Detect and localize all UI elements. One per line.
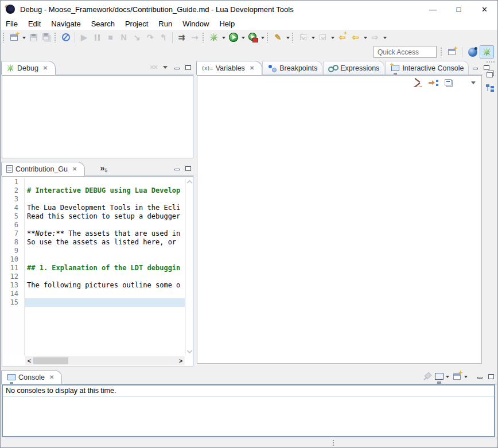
tab-variables[interactable]: (x)=Variables✕ <box>196 61 262 75</box>
line-number[interactable]: 12 <box>2 272 24 281</box>
run-button[interactable] <box>227 31 240 44</box>
step-return-button[interactable]: ↰ <box>157 31 170 44</box>
scroll-down-icon[interactable] <box>186 348 192 354</box>
suspend-button[interactable] <box>91 31 104 44</box>
menu-run[interactable]: Run <box>153 18 177 29</box>
tab-debug[interactable]: Debug ✕ <box>1 61 56 75</box>
next-annotation-dropdown-button[interactable] <box>310 31 316 44</box>
menu-file[interactable]: File <box>1 18 23 29</box>
line-number[interactable]: 5 <box>2 212 24 221</box>
editor-vertical-scrollbar[interactable] <box>185 178 193 356</box>
code-line[interactable]: **Note:** The assets that are used in <box>25 229 185 238</box>
view-menu-button[interactable] <box>468 77 478 88</box>
code-line[interactable] <box>25 247 185 255</box>
window-minimize-button[interactable]: — <box>420 1 446 18</box>
minimize-view-button[interactable] <box>171 61 182 73</box>
current-code-line[interactable] <box>25 298 185 307</box>
maximize-view-button[interactable] <box>485 371 497 382</box>
line-number[interactable]: 1 <box>2 178 24 186</box>
hidden-editors-indicator[interactable]: »5 <box>100 164 107 173</box>
pen-tool-button[interactable]: ✎ <box>271 31 285 44</box>
code-line[interactable]: So use the assets as listed here, or <box>25 238 185 247</box>
line-number[interactable]: 13 <box>2 281 24 290</box>
lua-perspective-button[interactable] <box>465 45 480 59</box>
line-number[interactable]: 10 <box>2 255 24 264</box>
run-external-tools-button[interactable] <box>246 31 259 44</box>
scroll-left-arrow[interactable]: < <box>25 357 33 364</box>
minimize-view-button[interactable] <box>171 162 182 174</box>
close-icon[interactable]: ✕ <box>250 65 254 71</box>
last-edit-location-button[interactable]: ⇦ <box>336 31 349 44</box>
open-console-button[interactable] <box>451 371 462 382</box>
terminate-button[interactable]: ■ <box>104 31 117 44</box>
close-icon[interactable]: ✕ <box>72 166 77 172</box>
menu-project[interactable]: Project <box>120 18 153 29</box>
run-dropdown-button[interactable] <box>240 31 246 44</box>
code-line[interactable]: ## 1. Explanation of the LDT debuggin <box>25 264 185 272</box>
display-selected-console-button[interactable] <box>433 371 444 382</box>
code-line[interactable] <box>25 195 185 204</box>
save-all-button[interactable] <box>40 31 53 44</box>
display-selected-console-dropdown-button[interactable] <box>444 371 451 382</box>
code-line[interactable]: Read this section to setup a debugger <box>25 212 185 221</box>
previous-annotation-button[interactable] <box>316 31 329 44</box>
maximize-view-button[interactable] <box>182 61 194 73</box>
drop-to-frame-button[interactable]: ⇉ <box>175 31 188 44</box>
pin-console-button[interactable] <box>421 371 433 382</box>
scroll-right-arrow[interactable]: > <box>177 357 185 364</box>
menu-window[interactable]: Window <box>177 18 214 29</box>
view-menu-button[interactable] <box>159 61 171 73</box>
line-number[interactable]: 9 <box>2 247 24 255</box>
line-number[interactable]: 4 <box>2 204 24 212</box>
window-maximize-button[interactable]: □ <box>446 1 472 18</box>
show-logical-structure-button[interactable] <box>428 77 438 88</box>
maximize-view-button[interactable] <box>182 162 194 174</box>
disconnect-button[interactable]: N <box>117 31 130 44</box>
window-close-button[interactable]: ✕ <box>472 1 497 18</box>
scroll-up-icon[interactable] <box>186 180 192 186</box>
previous-annotation-dropdown-button[interactable] <box>329 31 336 44</box>
forward-dropdown-button[interactable] <box>382 31 388 44</box>
close-icon[interactable]: ✕ <box>43 65 48 71</box>
debug-dropdown-button[interactable] <box>220 31 227 44</box>
debug-perspective-button[interactable] <box>480 45 494 59</box>
quick-access-input[interactable] <box>374 46 437 58</box>
close-icon[interactable]: ✕ <box>49 374 54 380</box>
collapse-all-button[interactable] <box>443 77 454 88</box>
forward-button[interactable]: ⇨ <box>368 31 382 44</box>
use-step-filters-button[interactable]: ⇢ <box>188 31 201 44</box>
skip-all-breakpoints-button[interactable] <box>59 31 72 44</box>
code-line[interactable]: The following pictures outline some o <box>25 281 185 290</box>
line-number-gutter[interactable]: 123456789101112131415 <box>2 178 25 356</box>
code-line[interactable] <box>25 221 185 229</box>
code-line[interactable] <box>25 255 185 264</box>
line-number[interactable]: 2 <box>2 186 24 195</box>
debug-button[interactable] <box>207 31 220 44</box>
menu-edit[interactable]: Edit <box>23 18 46 29</box>
line-number[interactable]: 8 <box>2 238 24 247</box>
line-number[interactable]: 14 <box>2 290 24 298</box>
next-annotation-button[interactable] <box>297 31 310 44</box>
strip-drag-handle[interactable] <box>486 61 495 64</box>
code-line[interactable]: # Interactive DEBUG using Lua Develop <box>25 186 185 195</box>
sash-drag-handle[interactable] <box>332 439 335 447</box>
remove-all-terminated-button[interactable]: ✕✕ <box>148 61 159 73</box>
minimize-view-button[interactable] <box>469 61 481 73</box>
back-dropdown-button[interactable] <box>362 31 368 44</box>
tab-console[interactable]: Console ✕ <box>1 370 62 384</box>
scrollbar-thumb[interactable] <box>33 357 68 364</box>
pen-tool-dropdown-button[interactable] <box>285 31 291 44</box>
line-number[interactable]: 7 <box>2 229 24 238</box>
code-line[interactable]: The Lua Development Tools in the Ecli <box>25 204 185 212</box>
editor-content[interactable]: 123456789101112131415 # Interactive DEBU… <box>2 176 193 367</box>
line-number[interactable]: 11 <box>2 264 24 272</box>
open-console-dropdown-button[interactable] <box>462 371 469 382</box>
line-number[interactable]: 15 <box>2 298 24 307</box>
minimize-view-button[interactable] <box>474 371 485 382</box>
open-perspective-button[interactable] <box>445 45 459 59</box>
step-over-button[interactable]: ↷ <box>143 31 157 44</box>
new-wizard-dropdown-button[interactable] <box>21 31 27 44</box>
resume-button[interactable]: ▶ <box>77 31 91 44</box>
save-button[interactable] <box>27 31 40 44</box>
menu-search[interactable]: Search <box>86 18 120 29</box>
